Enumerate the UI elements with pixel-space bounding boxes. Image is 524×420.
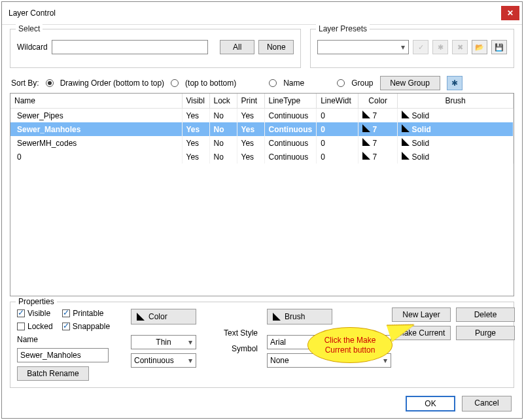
sort-r2-label: (top to bottom) — [185, 79, 236, 88]
content: Select Wildcard All None Layer Presets ✓… — [2, 25, 522, 418]
window-title: Layer Control — [9, 9, 501, 18]
preset-delete-icon[interactable]: ✖ — [452, 40, 468, 54]
locked-checkbox[interactable] — [17, 323, 25, 330]
col-lock[interactable]: Lock — [209, 94, 237, 109]
ok-button[interactable]: OK — [406, 396, 455, 411]
delete-button[interactable]: Delete — [456, 307, 515, 322]
col-color[interactable]: Color — [358, 94, 398, 109]
select-none-button[interactable]: None — [258, 40, 294, 54]
titlebar: Layer Control ✕ — [2, 2, 522, 25]
col-name[interactable]: Name — [10, 94, 182, 109]
layer-name-input[interactable] — [17, 348, 109, 362]
presets-fieldset: Layer Presets ✓ ✱ ✖ 📂 💾 — [310, 29, 514, 68]
table-row[interactable]: Sewer_PipesYesNoYesContinuous0 7 Solid — [10, 109, 514, 123]
sortby-label: Sort By: — [11, 79, 39, 88]
snappable-label: Snappable — [73, 322, 110, 331]
wildcard-label: Wildcard — [17, 43, 48, 52]
select-fieldset: Select Wildcard All None — [10, 29, 301, 68]
preset-save-icon[interactable]: 💾 — [491, 40, 507, 54]
make-current-button[interactable]: Make Current — [392, 326, 451, 340]
linetype-select[interactable]: Continuous — [131, 353, 196, 368]
right-button-group: New Layer Delete Make Current Purge — [392, 307, 515, 340]
sort-group-radio[interactable] — [337, 79, 345, 87]
preset-open-icon[interactable]: 📂 — [472, 40, 487, 54]
col-print[interactable]: Print — [237, 94, 264, 109]
presets-legend: Layer Presets — [316, 24, 370, 33]
sort-drawing-order-radio[interactable] — [46, 79, 54, 87]
symbol-label: Symbol — [232, 344, 258, 353]
col-brush[interactable]: Brush — [398, 94, 514, 109]
triangle-icon — [273, 313, 281, 321]
table-row[interactable]: 0YesNoYesContinuous0 7 Solid — [10, 150, 514, 164]
layer-control-window: Layer Control ✕ Select Wildcard All None… — [1, 1, 523, 419]
sort-r4-label: Group — [351, 79, 373, 88]
cancel-button[interactable]: Cancel — [462, 396, 512, 411]
lineweight-select[interactable]: Thin — [131, 335, 196, 349]
presets-select[interactable] — [317, 40, 409, 54]
snappable-checkbox[interactable] — [62, 323, 70, 330]
symbol-select[interactable]: None — [267, 353, 391, 368]
brush-button[interactable]: Brush — [267, 309, 332, 324]
sort-name-radio[interactable] — [269, 79, 277, 87]
select-all-button[interactable]: All — [220, 40, 255, 54]
sortby-row: Sort By: Drawing Order (bottom to top) (… — [11, 76, 514, 90]
visible-checkbox[interactable] — [17, 309, 25, 317]
sort-r1-label: Drawing Order (bottom to top) — [60, 79, 164, 88]
table-header-row: Name Visibl Lock Print LineType LineWidt… — [10, 94, 514, 109]
new-group-button[interactable]: New Group — [380, 76, 440, 90]
name-label: Name — [17, 335, 122, 344]
dialog-buttons: OK Cancel — [10, 388, 514, 414]
locked-label: Locked — [27, 322, 53, 331]
purge-button[interactable]: Purge — [456, 326, 515, 340]
color-button[interactable]: Color — [131, 309, 196, 324]
batch-rename-button[interactable]: Batch Rename — [17, 366, 89, 381]
preset-new-icon[interactable]: ✱ — [432, 40, 448, 54]
sort-star-button[interactable]: ✱ — [447, 76, 463, 90]
table-row[interactable]: SewerMH_codesYesNoYesContinuous0 7 Solid — [10, 136, 514, 150]
sort-top-bottom-radio[interactable] — [171, 79, 179, 87]
col-visible[interactable]: Visibl — [182, 94, 209, 109]
properties-legend: Properties — [16, 297, 57, 306]
col-linewidth[interactable]: LineWidt — [317, 94, 358, 109]
properties-fieldset: Properties Visible Printable Locked Snap… — [10, 302, 514, 388]
printable-label: Printable — [73, 309, 103, 318]
textstyle-label: Text Style — [224, 328, 258, 338]
visible-label: Visible — [27, 309, 50, 318]
layer-table[interactable]: Name Visibl Lock Print LineType LineWidt… — [10, 93, 514, 296]
table-row[interactable]: Sewer_ManholesYesNoYesContinuous0 7 Soli… — [10, 122, 514, 136]
printable-checkbox[interactable] — [62, 309, 70, 317]
textstyle-select[interactable]: Arial — [267, 335, 391, 349]
col-linetype[interactable]: LineType — [264, 94, 317, 109]
preset-apply-icon[interactable]: ✓ — [413, 40, 428, 54]
sort-r3-label: Name — [283, 79, 304, 88]
new-layer-button[interactable]: New Layer — [392, 307, 451, 322]
select-legend: Select — [16, 24, 43, 33]
close-button[interactable]: ✕ — [501, 6, 519, 20]
wildcard-input[interactable] — [52, 40, 209, 54]
triangle-icon — [137, 313, 145, 321]
